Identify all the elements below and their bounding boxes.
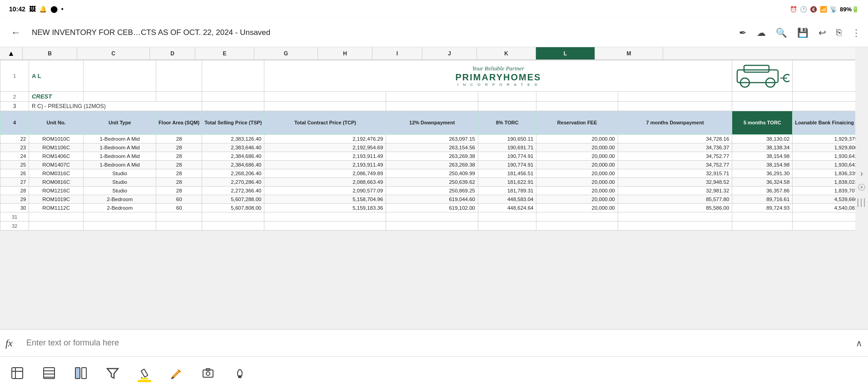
col-M[interactable]: M	[595, 47, 663, 59]
cell-unit-no[interactable]: ROM1112C	[29, 204, 84, 212]
filter-button[interactable]	[106, 367, 119, 379]
cell-unit-no[interactable]: ROM1019C	[29, 195, 84, 204]
cell-32-I[interactable]	[478, 222, 536, 231]
cell-31-J[interactable]	[536, 212, 618, 222]
list-view-button[interactable]	[43, 367, 55, 379]
cell-32-L[interactable]	[732, 222, 793, 231]
cell-floor-area[interactable]: 60	[156, 195, 202, 204]
save-icon[interactable]: 💾	[797, 27, 808, 38]
cell-G3[interactable]	[264, 102, 386, 111]
cell-H2[interactable]	[386, 92, 478, 102]
cell-tsp[interactable]: 2,383,126.40	[202, 135, 264, 143]
cell-tcp[interactable]: 2,088,663.49	[264, 178, 386, 187]
cell-tcp[interactable]: 2,192,476.29	[264, 135, 386, 143]
cell-I2[interactable]	[478, 92, 536, 102]
cell-C2[interactable]	[84, 92, 156, 102]
cell-floor-area[interactable]: 28	[156, 143, 202, 152]
cell-dp7mo[interactable]: 32,981.32	[618, 187, 732, 195]
cell-31-L[interactable]	[732, 212, 793, 222]
table-row[interactable]: 25 ROM1407C 1-Bedroom A Mid 28 2,384,686…	[0, 161, 868, 169]
cell-torc5mo[interactable]: 36,291.30	[732, 169, 793, 178]
cell-tcp[interactable]: 5,159,183.36	[264, 204, 386, 212]
cell-32-C[interactable]	[84, 222, 156, 231]
formula-chevron-icon[interactable]: ∧	[856, 338, 863, 349]
cell-res-fee[interactable]: 20,000.00	[536, 187, 618, 195]
col-L[interactable]: L	[536, 47, 595, 59]
cell-unit-type[interactable]: 1-Bedroom A Mid	[84, 143, 156, 152]
cell-31-B[interactable]	[29, 212, 84, 222]
cell-unit-no[interactable]: ROM1010C	[29, 135, 84, 143]
cell-unit-no[interactable]: ROM1216C	[29, 187, 84, 195]
cell-tcp[interactable]: 2,193,911.49	[264, 152, 386, 161]
cell-dp12[interactable]: 250,639.62	[386, 178, 478, 187]
cell-unit-no[interactable]: ROM1106C	[29, 143, 84, 152]
cell-dp12[interactable]: 263,097.15	[386, 135, 478, 143]
cell-31-K[interactable]	[618, 212, 732, 222]
cell-E1[interactable]	[202, 60, 264, 92]
cell-tsp[interactable]: 2,384,686.40	[202, 161, 264, 169]
cell-E3[interactable]	[202, 102, 264, 111]
cell-dp12[interactable]: 619,102.00	[386, 204, 478, 212]
cell-dp12[interactable]: 263,269.38	[386, 161, 478, 169]
cell-tsp[interactable]: 2,384,686.40	[202, 152, 264, 161]
cell-unit-no[interactable]: ROM0816C	[29, 178, 84, 187]
back-button[interactable]: ←	[7, 25, 25, 40]
cell-31-D[interactable]	[156, 212, 202, 222]
cell-torc5mo[interactable]: 89,724.93	[732, 204, 793, 212]
cell-torc8[interactable]: 190,774.91	[478, 161, 536, 169]
cell-res-fee[interactable]: 20,000.00	[536, 195, 618, 204]
cell-tcp[interactable]: 2,090,577.09	[264, 187, 386, 195]
cell-floor-area[interactable]: 28	[156, 161, 202, 169]
table-row[interactable]: 30 ROM1112C 2-Bedroom 60 5,607,808.00 5,…	[0, 204, 868, 212]
cell-res-fee[interactable]: 20,000.00	[536, 161, 618, 169]
right-handle-icon[interactable]: ⦿	[858, 183, 866, 192]
cell-H3[interactable]	[386, 102, 478, 111]
search-icon[interactable]: 🔍	[776, 27, 787, 38]
cell-B2[interactable]: CREST	[29, 92, 84, 102]
cell-unit-type[interactable]: 2-Bedroom	[84, 195, 156, 204]
share-icon[interactable]: ⎘	[836, 27, 842, 38]
col-J[interactable]: J	[422, 47, 477, 59]
col-E[interactable]: E	[195, 47, 254, 59]
cell-floor-area[interactable]: 28	[156, 169, 202, 178]
table-row[interactable]: 27 ROM0816C Studio 28 2,270,286.40 2,088…	[0, 178, 868, 187]
formula-input[interactable]	[26, 338, 851, 348]
cell-L3[interactable]	[732, 102, 793, 111]
table-row-empty[interactable]: 32	[0, 222, 868, 231]
cell-K3[interactable]	[618, 102, 732, 111]
cell-L2[interactable]	[732, 92, 793, 102]
col-C[interactable]: C	[77, 47, 150, 59]
table-row[interactable]: 28 ROM1216C Studio 28 2,272,366.40 2,090…	[0, 187, 868, 195]
cell-G2[interactable]	[264, 92, 386, 102]
right-chevron-icon[interactable]: ›	[860, 169, 863, 178]
cell-B3[interactable]: R C) - PRESELLING (12MOS)	[29, 102, 202, 111]
col-B[interactable]: B	[23, 47, 77, 59]
cell-L1[interactable]	[732, 60, 793, 92]
cell-dp7mo[interactable]: 32,948.52	[618, 178, 732, 187]
cell-res-fee[interactable]: 20,000.00	[536, 143, 618, 152]
col-H[interactable]: H	[318, 47, 372, 59]
cell-unit-type[interactable]: 1-Bedroom A Mid	[84, 152, 156, 161]
cell-unit-type[interactable]: 1-Bedroom A Mid	[84, 161, 156, 169]
cell-torc8[interactable]: 448,583.04	[478, 195, 536, 204]
cell-torc5mo[interactable]: 38,138.34	[732, 143, 793, 152]
cell-tcp[interactable]: 2,192,954.69	[264, 143, 386, 152]
cell-unit-type[interactable]: Studio	[84, 187, 156, 195]
cell-floor-area[interactable]: 28	[156, 178, 202, 187]
cell-32-G[interactable]	[264, 222, 386, 231]
table-row-empty[interactable]: 31	[0, 212, 868, 222]
cell-res-fee[interactable]: 20,000.00	[536, 169, 618, 178]
cell-dp12[interactable]: 250,409.99	[386, 169, 478, 178]
cell-torc8[interactable]: 190,774.91	[478, 152, 536, 161]
cell-dp7mo[interactable]: 34,752.77	[618, 161, 732, 169]
table-row[interactable]: 24 ROM1406C 1-Bedroom A Mid 28 2,384,686…	[0, 152, 868, 161]
col-K[interactable]: K	[477, 47, 536, 59]
table-row[interactable]: 22 ROM1010C 1-Bedroom A Mid 28 2,383,126…	[0, 135, 868, 143]
cell-res-fee[interactable]: 20,000.00	[536, 204, 618, 212]
lightbulb-button[interactable]	[233, 367, 246, 379]
cell-tsp[interactable]: 2,383,646.40	[202, 143, 264, 152]
cell-dp7mo[interactable]: 85,577.80	[618, 195, 732, 204]
cell-tcp[interactable]: 2,086,749.89	[264, 169, 386, 178]
cell-D1[interactable]	[156, 60, 202, 92]
cell-dp7mo[interactable]: 34,752.77	[618, 152, 732, 161]
